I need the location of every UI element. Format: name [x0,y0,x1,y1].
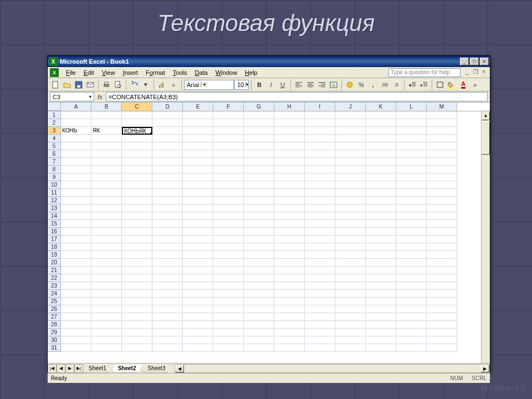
cell-I23[interactable] [305,282,335,290]
cell-D19[interactable] [152,251,183,259]
cell-H1[interactable] [274,111,305,119]
row-header-31[interactable]: 31 [48,344,61,352]
row-header-7[interactable]: 7 [48,158,61,166]
cell-H22[interactable] [274,274,305,282]
cell-M25[interactable] [427,298,457,305]
cell-K7[interactable] [366,158,396,166]
menu-file[interactable]: File [62,68,80,77]
row-header-27[interactable]: 27 [48,313,61,321]
cell-L22[interactable] [396,274,427,282]
cell-J23[interactable] [335,282,366,290]
cell-D11[interactable] [152,189,183,197]
cell-A28[interactable] [61,321,91,329]
cell-E16[interactable] [183,228,213,236]
cell-L15[interactable] [396,220,427,228]
close-button[interactable]: × [480,58,489,65]
cell-L11[interactable] [396,189,427,197]
cell-H15[interactable] [274,220,305,228]
row-header-8[interactable]: 8 [48,166,61,173]
cell-H14[interactable] [274,212,305,220]
cell-H20[interactable] [274,259,305,267]
cell-J10[interactable] [335,181,366,189]
cell-I28[interactable] [305,321,335,329]
cell-D6[interactable] [152,150,183,158]
col-header-L[interactable]: L [396,103,427,111]
cell-L17[interactable] [396,236,427,243]
cell-I9[interactable] [305,173,335,181]
cell-C3[interactable]: КОНЬЯК [122,127,152,135]
cell-G1[interactable] [244,111,274,119]
cell-J19[interactable] [335,251,366,259]
row-header-2[interactable]: 2 [48,119,61,127]
cell-J6[interactable] [335,150,366,158]
cell-M2[interactable] [427,119,457,127]
cell-D29[interactable] [152,329,183,336]
cell-F12[interactable] [213,197,244,204]
new-icon[interactable] [50,79,61,90]
cell-E22[interactable] [183,274,213,282]
cell-H4[interactable] [274,135,305,142]
cell-J27[interactable] [335,313,366,321]
cell-F20[interactable] [213,259,244,267]
cell-C29[interactable] [122,329,152,336]
cell-D1[interactable] [152,111,183,119]
cell-L21[interactable] [396,267,427,274]
row-header-4[interactable]: 4 [48,135,61,142]
row-header-10[interactable]: 10 [48,181,61,189]
cell-D22[interactable] [152,274,183,282]
row-header-9[interactable]: 9 [48,173,61,181]
cell-M16[interactable] [427,228,457,236]
cell-E8[interactable] [183,166,213,173]
cell-J22[interactable] [335,274,366,282]
tab-next-icon[interactable]: ▶ [65,364,74,373]
cell-L8[interactable] [396,166,427,173]
cell-J4[interactable] [335,135,366,142]
cell-L23[interactable] [396,282,427,290]
col-header-F[interactable]: F [213,103,244,111]
cell-G17[interactable] [244,236,274,243]
cell-B29[interactable] [91,329,122,336]
cell-C8[interactable] [122,166,152,173]
cell-E1[interactable] [183,111,213,119]
minimize-button[interactable]: _ [460,58,469,65]
row-header-17[interactable]: 17 [48,236,61,243]
select-all-corner[interactable] [48,103,61,111]
cell-J13[interactable] [335,204,366,212]
cell-J17[interactable] [335,236,366,243]
toolbar-overflow-icon[interactable]: » [168,79,179,90]
cell-C2[interactable] [122,119,152,127]
cell-D9[interactable] [152,173,183,181]
menu-tools[interactable]: Tools [169,68,191,77]
horizontal-scrollbar[interactable]: ◀ ▶ [175,364,490,373]
cell-K3[interactable] [366,127,396,135]
cell-I15[interactable] [305,220,335,228]
currency-button[interactable] [344,79,355,90]
cell-M1[interactable] [427,111,457,119]
cell-I11[interactable] [305,189,335,197]
col-header-C[interactable]: C [122,103,152,111]
cell-D21[interactable] [152,267,183,274]
cell-B3[interactable]: ЯК [91,127,122,135]
cell-L31[interactable] [396,344,427,352]
row-header-22[interactable]: 22 [48,274,61,282]
cell-E5[interactable] [183,142,213,150]
cell-F1[interactable] [213,111,244,119]
cell-F28[interactable] [213,321,244,329]
cell-C13[interactable] [122,204,152,212]
cell-I8[interactable] [305,166,335,173]
cell-D24[interactable] [152,290,183,298]
cell-L1[interactable] [396,111,427,119]
cell-D10[interactable] [152,181,183,189]
cell-E4[interactable] [183,135,213,142]
cell-B18[interactable] [91,243,122,251]
cell-E2[interactable] [183,119,213,127]
cell-C15[interactable] [122,220,152,228]
cell-D31[interactable] [152,344,183,352]
cell-A21[interactable] [61,267,91,274]
cell-M19[interactable] [427,251,457,259]
cell-I7[interactable] [305,158,335,166]
cell-C21[interactable] [122,267,152,274]
cell-A14[interactable] [61,212,91,220]
col-header-H[interactable]: H [274,103,305,111]
cell-A27[interactable] [61,313,91,321]
